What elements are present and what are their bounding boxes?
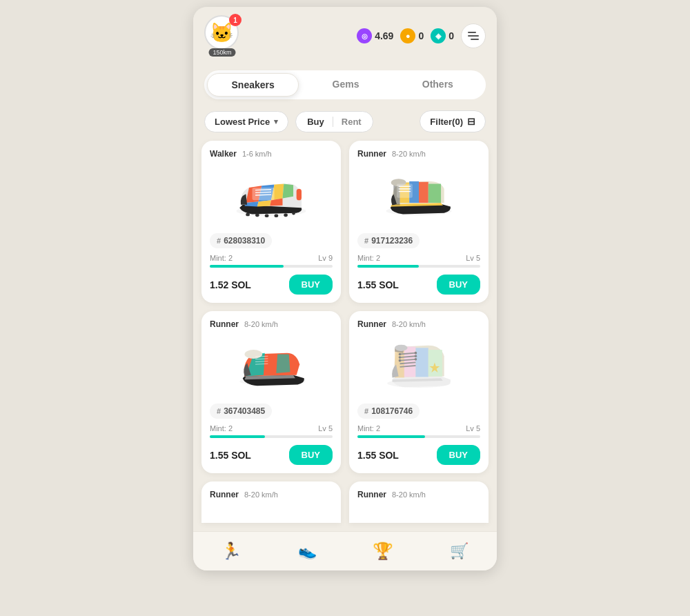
partial-speed-right: 8-20 km/h xyxy=(392,490,426,499)
price-label-0: 1.52 SOL xyxy=(210,279,251,290)
sneaker-id-badge-1: # 917123236 xyxy=(357,233,420,248)
card-speed-0: 1-6 km/h xyxy=(242,150,272,158)
card-type-2: Runner xyxy=(210,319,239,329)
header-right: ◎ 4.69 ● 0 ◈ 0 xyxy=(357,23,486,48)
svg-line-16 xyxy=(255,192,271,192)
sneaker-card-2: Runner 8-20 km/h xyxy=(201,311,341,473)
sneaker-image-1 xyxy=(357,164,480,226)
svg-point-31 xyxy=(245,350,263,359)
tabs-bar: Sneakers Gems Others xyxy=(204,70,486,99)
buy-button-3[interactable]: BUY xyxy=(437,445,480,465)
hash-icon-1: # xyxy=(364,237,368,245)
tab-gems[interactable]: Gems xyxy=(300,73,391,97)
progress-fill-1 xyxy=(357,265,419,268)
svg-line-17 xyxy=(255,195,271,195)
tab-others[interactable]: Others xyxy=(393,73,483,97)
app-container: 🐱 1 150km ◎ 4.69 ● 0 ◈ 0 xyxy=(193,7,497,570)
coin-balance: ● 0 xyxy=(400,28,424,43)
tabs-container: Sneakers Gems Others xyxy=(193,65,497,105)
avatar-container[interactable]: 🐱 1 150km xyxy=(204,15,240,57)
notification-badge: 1 xyxy=(229,14,241,26)
svg-rect-22 xyxy=(419,182,428,203)
partial-cards-row: Runner 8-20 km/h Runner 8-20 km/h xyxy=(193,481,497,523)
svg-rect-1 xyxy=(246,213,250,217)
price-buy-row-2: 1.55 SOL BUY xyxy=(210,445,333,465)
menu-line-top xyxy=(468,32,476,33)
chest-icon: 🏆 xyxy=(373,542,393,561)
svg-rect-3 xyxy=(265,215,269,218)
sneaker-id-badge-3: # 108176746 xyxy=(357,404,420,419)
svg-rect-38 xyxy=(415,348,428,377)
lv-label-2: Lv 5 xyxy=(318,424,333,433)
sneaker-id-value-3: 108176746 xyxy=(371,406,413,416)
mint-label-0: Mint: 2 xyxy=(210,254,233,262)
buy-button-2[interactable]: BUY xyxy=(289,445,333,465)
svg-line-15 xyxy=(255,190,271,190)
coin-value: 0 xyxy=(418,30,424,41)
sneaker-id-badge-2: # 367403485 xyxy=(210,404,272,419)
card-type-1: Runner xyxy=(357,149,386,159)
partial-type-left: Runner 8-20 km/h xyxy=(210,490,333,499)
tab-sneakers[interactable]: Sneakers xyxy=(207,73,299,97)
cards-grid: Walker 1-6 km/h xyxy=(193,141,497,481)
mint-lv-row-0: Mint: 2 Lv 9 xyxy=(210,254,333,262)
rent-option[interactable]: Rent xyxy=(333,117,370,127)
card-speed-2: 8-20 km/h xyxy=(244,320,278,328)
svg-rect-2 xyxy=(255,214,259,217)
progress-bg-3 xyxy=(357,435,480,438)
hash-icon-2: # xyxy=(217,407,221,415)
buy-button-0[interactable]: BUY xyxy=(289,275,333,295)
card-type-bar-2: Runner 8-20 km/h xyxy=(210,319,333,329)
sneaker-image-0 xyxy=(210,164,333,226)
card-speed-1: 8-20 km/h xyxy=(392,150,426,158)
partial-type-right: Runner 8-20 km/h xyxy=(357,490,480,499)
filter-label: Filter(0) xyxy=(430,117,463,127)
svg-point-47 xyxy=(399,353,402,356)
partial-card-left: Runner 8-20 km/h xyxy=(201,481,341,523)
nav-item-chest[interactable]: 🏆 xyxy=(345,539,421,565)
sneaker-svg-runner2 xyxy=(233,338,309,393)
buy-button-1[interactable]: BUY xyxy=(437,275,480,295)
svg-point-49 xyxy=(399,359,402,362)
svg-point-41 xyxy=(395,345,407,351)
chevron-down-icon: ▾ xyxy=(274,117,278,126)
partial-type-text-right: Runner xyxy=(357,490,386,499)
nav-item-cart[interactable]: 🛒 xyxy=(421,539,497,565)
progress-bg-1 xyxy=(357,265,480,268)
lv-label-3: Lv 5 xyxy=(466,424,480,433)
gem-value: 0 xyxy=(448,30,454,41)
card-speed-3: 8-20 km/h xyxy=(392,320,426,328)
nav-item-sneaker[interactable]: 👟 xyxy=(269,539,345,565)
sneaker-svg-walker xyxy=(233,168,309,223)
sneaker-card-0: Walker 1-6 km/h xyxy=(201,141,341,303)
buy-option[interactable]: Buy xyxy=(299,117,333,127)
filter-icon: ⊟ xyxy=(467,116,475,127)
sort-button[interactable]: Lowest Price ▾ xyxy=(204,111,288,132)
mint-lv-row-3: Mint: 2 Lv 5 xyxy=(357,424,480,433)
svg-point-48 xyxy=(399,356,402,359)
nav-item-run[interactable]: 🏃 xyxy=(193,539,269,565)
sneaker-id-value-1: 917123236 xyxy=(371,236,413,246)
price-buy-row-3: 1.55 SOL BUY xyxy=(357,445,480,465)
svg-rect-4 xyxy=(275,215,279,218)
mint-lv-row-1: Mint: 2 Lv 5 xyxy=(357,254,480,262)
menu-line-bot xyxy=(471,39,479,40)
card-type-0: Walker xyxy=(210,149,237,159)
partial-card-right: Runner 8-20 km/h xyxy=(349,481,489,523)
progress-bg-2 xyxy=(210,435,333,438)
gem-balance: ◈ 0 xyxy=(431,28,454,43)
sneaker-svg-runner1 xyxy=(381,168,457,223)
sneaker-id-badge-0: # 628038310 xyxy=(210,233,272,248)
progress-fill-3 xyxy=(357,435,425,438)
filter-button[interactable]: Filter(0) ⊟ xyxy=(420,110,486,132)
sneaker-card-3: Runner 8-20 km/h xyxy=(349,311,489,473)
mint-label-3: Mint: 2 xyxy=(357,424,380,433)
svg-rect-23 xyxy=(428,184,441,203)
gem-icon: ◈ xyxy=(431,28,446,43)
lv-label-1: Lv 5 xyxy=(466,254,480,262)
sol-icon: ◎ xyxy=(357,28,372,43)
menu-button[interactable] xyxy=(461,23,486,48)
price-buy-row-1: 1.55 SOL BUY xyxy=(357,275,480,295)
card-type-bar-1: Runner 8-20 km/h xyxy=(357,149,480,159)
sneaker-id-value-2: 367403485 xyxy=(224,406,265,416)
